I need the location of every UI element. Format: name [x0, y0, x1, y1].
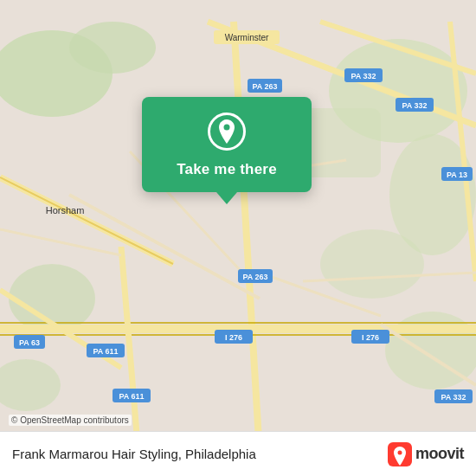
location-icon-circle: [208, 113, 246, 151]
take-me-there-button[interactable]: Take me there: [177, 161, 277, 178]
map-container: Warminster PA 263 PA 332 PA 332 PA 13 Ho…: [0, 0, 476, 476]
svg-point-2: [69, 22, 156, 74]
svg-text:Horsham: Horsham: [46, 205, 85, 215]
svg-text:PA 611: PA 611: [93, 347, 118, 356]
svg-point-53: [224, 125, 230, 131]
svg-text:Warminster: Warminster: [225, 33, 269, 42]
moovit-icon: [388, 442, 412, 466]
svg-text:PA 63: PA 63: [19, 338, 40, 347]
bottom-bar: Frank Marmarou Hair Styling, Philadelphi…: [0, 431, 476, 476]
moovit-logo: moovit: [388, 442, 464, 466]
svg-text:PA 332: PA 332: [402, 101, 427, 110]
location-pin-icon: [216, 119, 237, 144]
svg-text:PA 263: PA 263: [252, 82, 277, 91]
svg-text:PA 332: PA 332: [441, 393, 466, 402]
svg-text:PA 13: PA 13: [447, 170, 467, 179]
svg-text:PA 611: PA 611: [119, 392, 144, 401]
svg-text:I 276: I 276: [225, 333, 242, 342]
moovit-brand-text: moovit: [415, 445, 464, 463]
svg-text:PA 263: PA 263: [242, 273, 267, 281]
svg-point-5: [320, 229, 424, 299]
popup-card[interactable]: Take me there: [142, 97, 312, 192]
map-background: Warminster PA 263 PA 332 PA 332 PA 13 Ho…: [0, 0, 476, 476]
copyright-notice: © OpenStreetMap contributors: [9, 415, 132, 426]
svg-text:I 276: I 276: [362, 333, 379, 342]
svg-text:PA 332: PA 332: [351, 72, 376, 80]
svg-point-55: [397, 450, 402, 454]
location-name: Frank Marmarou Hair Styling, Philadelphi…: [12, 447, 256, 461]
